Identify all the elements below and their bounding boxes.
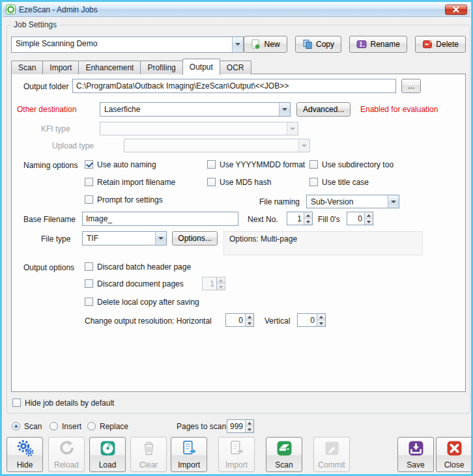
close-x-icon [446,440,463,457]
checkbox-box[interactable] [85,160,93,169]
tab-ocr[interactable]: OCR [220,61,251,74]
spin-up-icon[interactable] [246,314,253,320]
spin-down-icon[interactable] [304,218,312,225]
chevron-down-icon[interactable] [232,37,243,52]
job-row: Simple Scanning Demo New [11,36,466,53]
checkbox-retain-import-filename[interactable]: Retain import filename [85,177,175,187]
next-no-spinner[interactable]: 1 [287,212,313,225]
checkbox-box[interactable] [85,195,93,204]
import-disabled-button: Import [218,437,255,472]
checkbox-discard-batch-header[interactable]: Discard batch header page [85,262,191,272]
radio-label: Scan [24,422,42,431]
file-type-select[interactable]: TIF [82,231,167,245]
radio-dot[interactable] [12,422,20,430]
scan-button-label: Scan [275,460,293,469]
tab-scan[interactable]: Scan [11,61,43,74]
tab-output[interactable]: Output [182,59,220,75]
save-button[interactable]: Save [397,437,434,472]
file-type-label: File type [41,234,70,244]
new-icon [251,39,261,49]
base-filename-input[interactable] [82,212,238,226]
advanced-button[interactable]: Advanced... [296,102,351,117]
spinner-value: 999 [227,420,245,432]
fill-zeros-label: Fill 0's [318,215,340,224]
checkbox-hide-job-details[interactable]: Hide job details by default [12,398,114,408]
next-no-label: Next No. [248,215,278,224]
copy-button[interactable]: Copy [295,36,341,53]
vertical-label: Vertical [265,316,290,326]
options-button[interactable]: Options... [172,231,218,245]
other-destination-select[interactable]: Laserfiche [100,102,291,117]
fill-zeros-spinner[interactable]: 0 [347,212,373,225]
clear-button: Clear [130,437,167,472]
spin-down-icon[interactable] [246,320,253,326]
spin-up-icon[interactable] [365,212,373,218]
window-close-button[interactable] [445,5,467,15]
chevron-down-icon[interactable] [388,195,399,208]
file-type-value: TIF [83,232,155,245]
spin-up-icon[interactable] [246,420,253,426]
checkbox-label: Use YYYYMMDD format [220,160,305,169]
file-naming-select[interactable]: Sub-Version [306,195,399,208]
chevron-down-icon[interactable] [279,103,290,116]
kfi-type-label: KFI type [41,124,70,133]
scan-button[interactable]: Scan [266,437,302,472]
tab-enhancement[interactable]: Enhancement [78,61,141,74]
pages-to-scan-spinner[interactable]: 999 [227,419,254,433]
output-folder-input[interactable] [72,79,396,93]
checkbox-box[interactable] [309,178,318,186]
checkbox-box[interactable] [207,160,216,169]
radio-replace[interactable]: Replace [87,421,128,431]
spin-down-icon[interactable] [317,320,325,326]
browse-button[interactable]: ... [401,79,421,93]
checkbox-label: Discard document pages [97,279,184,288]
checkbox-discard-document-pages[interactable]: Discard document pages [85,279,184,288]
tab-bar: Scan Import Enhancement Profiling Output… [11,58,251,74]
checkbox-box[interactable] [309,160,318,169]
spinner-value: 0 [347,212,364,225]
job-select[interactable]: Simple Scanning Demo [11,36,244,53]
tab-import[interactable]: Import [42,61,79,74]
spin-up-icon[interactable] [304,212,312,218]
new-button[interactable]: New [244,36,287,53]
checkbox-use-yyyymmdd[interactable]: Use YYYYMMDD format [207,160,305,169]
checkbox-box[interactable] [85,262,93,271]
spinner-value: 0 [298,314,317,326]
checkbox-box[interactable] [85,279,93,288]
spin-down-icon[interactable] [365,218,373,225]
checkbox-box[interactable] [207,178,216,186]
delete-button-label: Delete [436,40,459,49]
checkbox-box[interactable] [12,399,21,407]
spin-up-icon[interactable] [317,314,325,320]
tab-profiling[interactable]: Profiling [140,61,182,74]
load-button[interactable]: Load [89,437,126,472]
close-button[interactable]: Close [436,437,472,472]
vertical-resolution-spinner[interactable]: 0 [297,313,326,327]
radio-scan[interactable]: Scan [12,421,42,431]
clear-button-label: Clear [139,460,158,469]
checkbox-use-subdirectory[interactable]: Use subdirectory too [309,160,394,169]
spin-down-icon[interactable] [246,426,253,432]
checkbox-prompt-for-settings[interactable]: Prompt for settings [85,195,163,204]
options-info-text: Options: Multi-page [229,234,297,244]
checkbox-use-md5-hash[interactable]: Use MD5 hash [207,177,271,187]
checkbox-use-auto-naming[interactable]: Use auto naming [85,160,156,169]
chevron-down-icon[interactable] [155,232,166,245]
rename-button[interactable]: Rename [349,36,407,53]
delete-button[interactable]: Delete [415,36,466,53]
checkbox-use-title-case[interactable]: Use title case [309,177,369,187]
delete-icon [422,39,433,49]
radio-dot[interactable] [50,422,58,430]
import-button[interactable]: Import [171,437,207,472]
checkbox-delete-local-copy[interactable]: Delete local copy after saving [85,297,199,307]
checkbox-box[interactable] [85,298,93,306]
checkbox-box[interactable] [85,178,93,186]
other-destination-value: Laserfiche [100,103,279,116]
close-button-label: Close [444,460,465,469]
import-document-icon [180,440,198,457]
horizontal-resolution-spinner[interactable]: 0 [225,313,254,327]
radio-insert[interactable]: Insert [50,421,81,431]
hide-button[interactable]: Hide [7,437,43,472]
radio-dot[interactable] [87,422,96,430]
new-button-label: New [265,40,280,49]
